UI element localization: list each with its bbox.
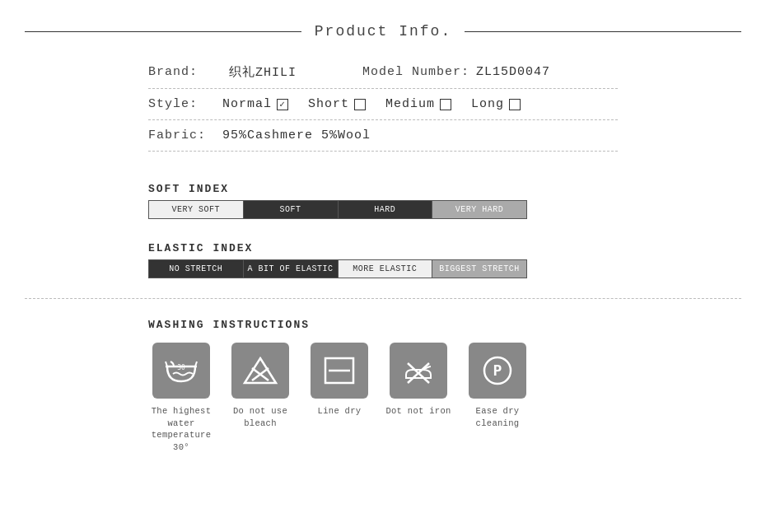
dry-clean-label: Ease dry cleaning bbox=[465, 405, 530, 429]
no-iron-icon bbox=[390, 343, 447, 399]
line-dry-icon bbox=[311, 343, 368, 399]
style-short-checkbox[interactable] bbox=[354, 99, 366, 110]
style-medium-label: Medium bbox=[385, 97, 435, 111]
no-iron-label: Dot not iron bbox=[385, 405, 451, 418]
header-line-left bbox=[25, 31, 301, 32]
style-option-short[interactable]: Short bbox=[308, 97, 366, 111]
elastic-cell-bit-elastic: A BIT OF ELASTIC bbox=[244, 260, 339, 278]
soft-index-bar: VERY SOFT SOFT HARD VERY HARD bbox=[148, 200, 527, 219]
fabric-row: Fabric: 95%Cashmere 5%Wool bbox=[148, 128, 618, 152]
elastic-index-bar: NO STRETCH A BIT OF ELASTIC MORE ELASTIC… bbox=[148, 259, 527, 278]
wash-item-line-dry: Line dry bbox=[306, 343, 372, 418]
elastic-cell-no-stretch: NO STRETCH bbox=[149, 260, 244, 278]
style-row: Style: Normal ✓ Short Medium Long bbox=[148, 97, 618, 120]
soft-cell-very-soft: VERY SOFT bbox=[149, 201, 244, 218]
style-label: Style: bbox=[148, 97, 222, 111]
wash30-svg: 30 bbox=[162, 352, 200, 390]
style-normal-label: Normal bbox=[222, 97, 272, 111]
header-line-right bbox=[465, 31, 741, 32]
elastic-cell-more-elastic: MORE ELASTIC bbox=[339, 260, 433, 278]
fabric-value: 95%Cashmere 5%Wool bbox=[222, 128, 371, 142]
page-title: Product Info. bbox=[301, 23, 465, 40]
wash-label-30: The highest water temperature 30° bbox=[148, 405, 214, 454]
wash-item-30: 30 The highest water temperature 30° bbox=[148, 343, 214, 454]
washing-section: WASHING INSTRUCTIONS 30 The bbox=[0, 310, 766, 470]
wash-item-dry-clean: P Ease dry cleaning bbox=[465, 343, 530, 429]
svg-text:30: 30 bbox=[177, 364, 185, 371]
style-option-medium[interactable]: Medium bbox=[385, 97, 451, 111]
no-bleach-icon bbox=[231, 343, 289, 399]
soft-cell-hard: HARD bbox=[339, 201, 433, 218]
washing-icons: 30 The highest water temperature 30° bbox=[148, 343, 618, 454]
dry-clean-icon: P bbox=[469, 343, 526, 399]
brand-label: Brand: bbox=[148, 65, 222, 79]
soft-cell-very-hard: VERY HARD bbox=[432, 201, 526, 218]
fabric-label: Fabric: bbox=[148, 128, 222, 142]
brand-value: 织礼ZHILI bbox=[229, 64, 297, 80]
no-bleach-svg bbox=[241, 352, 279, 390]
line-dry-label: Line dry bbox=[318, 405, 362, 418]
no-bleach-label: Do not use bleach bbox=[227, 405, 293, 429]
elastic-index-section: ELASTIC INDEX NO STRETCH A BIT OF ELASTI… bbox=[0, 227, 766, 287]
model-value: ZL15D0047 bbox=[476, 65, 550, 79]
style-option-long[interactable]: Long bbox=[471, 97, 521, 111]
style-medium-checkbox[interactable] bbox=[440, 99, 451, 110]
elastic-index-title: ELASTIC INDEX bbox=[148, 242, 618, 254]
no-iron-svg bbox=[399, 352, 437, 390]
wash-item-no-iron: Dot not iron bbox=[385, 343, 451, 418]
style-normal-checkbox[interactable]: ✓ bbox=[277, 99, 288, 110]
info-section: Brand: 织礼ZHILI Model Number: ZL15D0047 S… bbox=[0, 48, 766, 168]
washing-title: WASHING INSTRUCTIONS bbox=[148, 319, 618, 331]
style-long-checkbox[interactable] bbox=[509, 99, 521, 110]
soft-cell-soft: SOFT bbox=[244, 201, 339, 218]
svg-marker-4 bbox=[245, 358, 276, 383]
model-label: Model Number: bbox=[362, 65, 469, 79]
soft-index-section: SOFT INDEX VERY SOFT SOFT HARD VERY HARD bbox=[0, 168, 766, 227]
brand-row: Brand: 织礼ZHILI Model Number: ZL15D0047 bbox=[148, 64, 618, 89]
wash-icon-30: 30 bbox=[152, 343, 210, 399]
style-option-normal[interactable]: Normal ✓ bbox=[222, 97, 288, 111]
svg-text:P: P bbox=[493, 362, 502, 379]
style-short-label: Short bbox=[308, 97, 349, 111]
line-dry-svg bbox=[320, 352, 358, 390]
divider bbox=[25, 298, 741, 299]
dry-clean-svg: P bbox=[479, 352, 516, 390]
page-header: Product Info. bbox=[0, 0, 766, 48]
elastic-cell-biggest: BIGGEST STRETCH bbox=[432, 260, 526, 278]
style-long-label: Long bbox=[471, 97, 504, 111]
style-options: Normal ✓ Short Medium Long bbox=[222, 97, 521, 111]
wash-item-no-bleach: Do not use bleach bbox=[227, 343, 293, 429]
soft-index-title: SOFT INDEX bbox=[148, 183, 618, 195]
